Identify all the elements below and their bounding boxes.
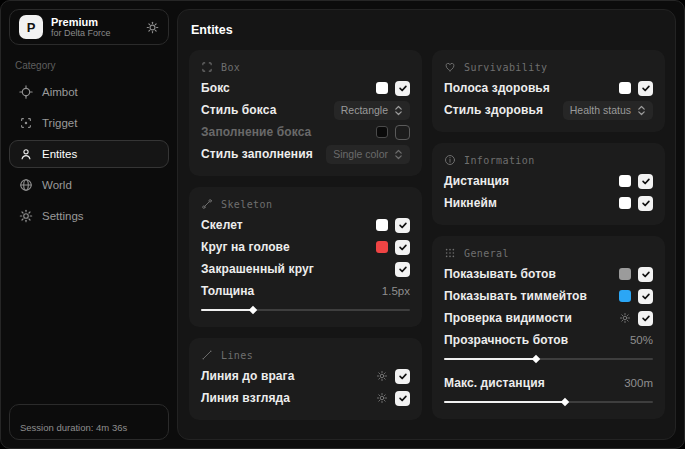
brand-card: P Premium for Delta Force: [9, 9, 169, 45]
setting-row: Бокс: [201, 77, 410, 99]
setting-row: Линия до врага: [201, 365, 410, 387]
lines-card: Lines Линия до врага Линия взгляда: [189, 338, 422, 420]
sidebar-item-label: Entites: [42, 148, 77, 160]
session-duration-card: Session duration: 4m 36s: [9, 404, 169, 440]
setting-row: Макс. дистанция 300m: [444, 372, 653, 394]
box-card: Box Бокс Стиль бокса Rectangle: [189, 50, 422, 176]
brand-logo: P: [19, 15, 43, 39]
color-swatch[interactable]: [619, 82, 631, 94]
brand-subtitle: for Delta Force: [51, 28, 111, 38]
color-swatch[interactable]: [376, 82, 388, 94]
setting-row: Показывать тиммейтов: [444, 285, 653, 307]
bot-opacity-value: 50%: [630, 334, 653, 346]
globe-icon: [19, 178, 33, 192]
panel-header-label: Skeleton: [221, 199, 272, 210]
max-distance-slider[interactable]: [444, 397, 653, 407]
checkbox-checked[interactable]: [638, 174, 653, 189]
checkbox-checked[interactable]: [638, 196, 653, 211]
sidebar-item-label: World: [42, 179, 72, 191]
setting-row: Дистанция: [444, 170, 653, 192]
checkbox-checked[interactable]: [395, 391, 410, 406]
color-swatch[interactable]: [619, 175, 631, 187]
setting-row: Скелет: [201, 214, 410, 236]
setting-row: Никнейм: [444, 192, 653, 214]
heart-icon: [444, 61, 456, 73]
fill-style-dropdown[interactable]: Single color: [326, 145, 410, 164]
panel-header-label: Lines: [221, 350, 253, 361]
setting-row: Прозрачность ботов 50%: [444, 329, 653, 351]
checkbox-unchecked[interactable]: [395, 125, 410, 140]
checkbox-checked[interactable]: [395, 262, 410, 277]
survivability-card: Survivability Полоса здоровья Стиль здор…: [432, 50, 665, 132]
sidebar-item-aimbot[interactable]: Aimbot: [9, 78, 169, 106]
setting-row: Проверка видимости: [444, 307, 653, 329]
checkbox-checked[interactable]: [395, 369, 410, 384]
sidebar-item-entites[interactable]: Entites: [9, 140, 169, 168]
sidebar-item-label: Aimbot: [42, 86, 78, 98]
row-gear-icon[interactable]: [376, 370, 388, 382]
checkbox-checked[interactable]: [638, 267, 653, 282]
information-card: Information Дистанция Никнейм: [432, 143, 665, 225]
slider-thumb[interactable]: [561, 398, 569, 406]
setting-row: Стиль здоровья Health status: [444, 99, 653, 121]
color-swatch[interactable]: [619, 197, 631, 209]
color-swatch[interactable]: [619, 268, 631, 280]
setting-row: Заполнение бокса: [201, 121, 410, 143]
brand-gear-icon[interactable]: [146, 21, 159, 34]
bot-opacity-slider[interactable]: [444, 354, 653, 364]
unfold-icon: [637, 105, 646, 116]
box-icon: [201, 61, 213, 73]
main-panel: Entites Box Бокс: [177, 9, 676, 440]
sidebar-item-trigget[interactable]: Trigget: [9, 109, 169, 137]
bone-icon: [201, 198, 213, 210]
sidebar-item-label: Settings: [42, 210, 84, 222]
slider-thumb[interactable]: [532, 355, 540, 363]
setting-row: Стиль бокса Rectangle: [201, 99, 410, 121]
general-card: General Показывать ботов Показывать тимм…: [432, 236, 665, 419]
checkbox-checked[interactable]: [395, 218, 410, 233]
checkbox-checked[interactable]: [638, 81, 653, 96]
unfold-icon: [394, 149, 403, 160]
setting-row: Линия взгляда: [201, 387, 410, 409]
row-gear-icon[interactable]: [376, 392, 388, 404]
health-style-dropdown[interactable]: Health status: [563, 101, 653, 120]
box-style-dropdown[interactable]: Rectangle: [334, 101, 410, 120]
color-swatch[interactable]: [376, 219, 388, 231]
grid-icon: [444, 247, 456, 259]
thickness-slider[interactable]: [201, 305, 410, 315]
skeleton-card: Skeleton Скелет Круг на голове: [189, 187, 422, 327]
panel-header-label: Survivability: [464, 62, 547, 73]
line-icon: [201, 349, 213, 361]
panel-header-label: Box: [221, 62, 240, 73]
checkbox-checked[interactable]: [638, 311, 653, 326]
color-swatch[interactable]: [376, 241, 388, 253]
checkbox-checked[interactable]: [638, 289, 653, 304]
gear-icon: [19, 209, 33, 223]
session-duration-text: Session duration: 4m 36s: [20, 422, 127, 433]
slider-thumb[interactable]: [249, 306, 257, 314]
sidebar-item-world[interactable]: World: [9, 171, 169, 199]
sidebar-nav: Aimbot Trigget Entites World: [9, 78, 169, 230]
thickness-value: 1.5px: [382, 285, 410, 297]
info-icon: [444, 154, 456, 166]
setting-row: Стиль заполнения Single color: [201, 143, 410, 165]
brand-title: Premium: [51, 16, 111, 29]
unfold-icon: [394, 105, 403, 116]
color-swatch[interactable]: [376, 126, 388, 138]
color-swatch[interactable]: [619, 290, 631, 302]
crosshair-icon: [19, 85, 33, 99]
category-label: Category: [15, 60, 163, 71]
sidebar: P Premium for Delta Force Category Aimbo…: [1, 1, 177, 448]
setting-row: Толщина 1.5px: [201, 280, 410, 302]
checkbox-checked[interactable]: [395, 81, 410, 96]
row-gear-icon[interactable]: [619, 312, 631, 324]
target-icon: [19, 116, 33, 130]
panel-header-label: Information: [464, 155, 535, 166]
sidebar-item-label: Trigget: [42, 117, 77, 129]
setting-row: Круг на голове: [201, 236, 410, 258]
sidebar-item-settings[interactable]: Settings: [9, 202, 169, 230]
setting-row: Показывать ботов: [444, 263, 653, 285]
setting-row: Закрашенный круг: [201, 258, 410, 280]
setting-row: Полоса здоровья: [444, 77, 653, 99]
checkbox-checked[interactable]: [395, 240, 410, 255]
